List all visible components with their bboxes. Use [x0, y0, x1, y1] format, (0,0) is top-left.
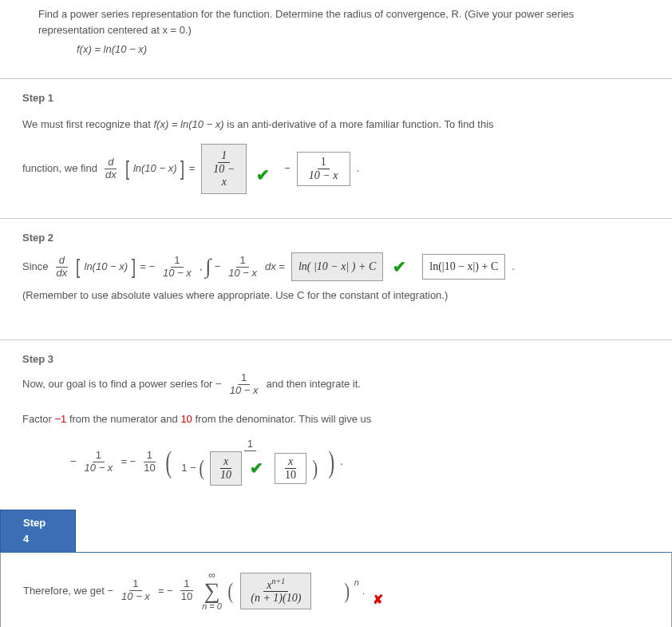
comma: , [200, 259, 203, 275]
num: 1 [180, 578, 192, 591]
den: 10 − x [81, 462, 117, 474]
one-minus: 1 − [181, 462, 196, 474]
eq-neg: = − [121, 454, 136, 470]
step-1-answer-box[interactable]: 1 10 − x [201, 144, 247, 194]
den-text: 10 − x [309, 169, 338, 181]
step-2-title: Step 2 [0, 219, 672, 251]
red-10: 10 [180, 413, 192, 425]
right-bracket-icon: ] [181, 153, 185, 185]
frac: 1 10 − x [227, 372, 262, 397]
den: 10 [217, 469, 235, 482]
left-bracket-icon: [ [76, 251, 80, 283]
summation-icon: ∞ ∑ n = 0 [202, 570, 222, 611]
step-3: Step 3 Now, our goal is to find a power … [0, 339, 672, 503]
num: x [285, 455, 296, 469]
answer-text: ln( |10 − x| ) + C [298, 258, 376, 276]
big-frac: 1 1 − ( x 10 ✔ [178, 439, 322, 486]
inner-left-paren-icon: ( [199, 455, 204, 481]
d-dx: d dx [102, 157, 120, 181]
check-icon: ✔ [393, 255, 406, 280]
step-3-line-2: Factor −1 from the numerator and 10 from… [22, 411, 650, 427]
given-function: f(x) = ln(10 − x) [0, 42, 672, 72]
step-1-correct-box: 1 10 − x [297, 152, 350, 186]
step-2: Step 2 Since d dx [ ln(10 − x) ] = − 1 1… [0, 218, 672, 333]
one-tenth: 1 10 [178, 578, 196, 603]
answer-frac: x 10 [217, 455, 235, 482]
left-paren-icon: ( [227, 573, 233, 608]
num: 1 [236, 255, 248, 268]
den: 10 [140, 462, 158, 474]
frac1: 1 10 − x [160, 255, 195, 280]
num: 1 [171, 255, 183, 268]
inner-right-paren-icon: ) [312, 455, 318, 481]
text: is an anti-derivative of a more familiar… [224, 118, 494, 130]
cross-icon: ✘ [373, 590, 383, 610]
num: 1 [218, 149, 230, 163]
den: dx [53, 268, 71, 280]
lhs-frac: 1 10 − x [118, 578, 153, 603]
eq-neg: = − [158, 583, 173, 599]
num: 1 [318, 156, 330, 169]
answer-frac: 1 10 − x [210, 149, 238, 188]
sum-bottom: n = 0 [202, 602, 222, 611]
den-a: 10 − [213, 163, 235, 175]
red-m1: −1 [54, 413, 66, 425]
equals: = [189, 161, 196, 177]
den: (n + 1)(10) [247, 592, 304, 605]
den-b: x [222, 176, 227, 188]
step-4-title: Step 4 [0, 510, 76, 553]
den: 10 [282, 469, 299, 482]
d-dx: d dx [53, 255, 71, 280]
step-2-note: (Remember to use absolute values where a… [22, 288, 650, 304]
left-paren-icon: ( [165, 439, 172, 486]
text: from the denominator. This will give us [192, 413, 371, 425]
text: Since [22, 259, 49, 275]
exp-n: n [354, 576, 359, 589]
period: . [340, 454, 343, 470]
step-4-answer-box[interactable]: xn+1 (n + 1)(10) [240, 573, 311, 609]
num: xn+1 [263, 577, 288, 593]
text: Now, our goal is to find a power series … [22, 376, 222, 392]
neg: − [215, 259, 221, 275]
step-2-correct-box: ln(|10 − x|) + C [422, 254, 505, 280]
equals-neg: = − [140, 259, 155, 275]
num: d [56, 255, 68, 268]
integral-icon: ∫ [206, 251, 211, 283]
ln-expr: ln(10 − x) [85, 259, 128, 275]
step-1: Step 1 We must first recognize that f(x)… [0, 78, 672, 212]
text: from the numerator and [66, 413, 180, 425]
correct-frac: 1 10 − x [306, 156, 342, 182]
den: 10 − x [225, 268, 260, 280]
step-3-answer-box[interactable]: x 10 [210, 451, 242, 486]
right-bracket-icon: ] [132, 251, 136, 283]
den: 10 − x [227, 385, 262, 397]
step-2-equation: Since d dx [ ln(10 − x) ] = − 1 10 − x ,… [22, 251, 650, 283]
right-paren-icon: ) [345, 573, 350, 608]
text: and then integrate it. [266, 376, 361, 392]
step-2-answer-box[interactable]: ln( |10 − x| ) + C [291, 252, 383, 281]
step-1-equation: function, we find d dx [ ln(10 − x) ] = … [22, 144, 650, 194]
left-bracket-icon: [ [125, 153, 129, 185]
period: . [357, 161, 360, 177]
fn-rhs: ln(10 − x) [104, 43, 148, 55]
step-3-correct-box: x 10 [275, 453, 306, 484]
den: 1 − ( x 10 ✔ x [178, 451, 322, 486]
den: 10 − x [306, 169, 342, 182]
den: dx [102, 169, 120, 181]
step-4-equation: Therefore, we get − 1 10 − x = − 1 10 ∞ … [23, 570, 649, 611]
num: 1 [93, 450, 105, 462]
num: x [220, 455, 231, 469]
step-1-line-1: We must first recognize that f(x) = ln(1… [22, 117, 650, 133]
step-3-line-1: Now, our goal is to find a power series … [22, 372, 650, 397]
right-paren-icon: ) [329, 439, 335, 486]
lhs-frac: 1 10 − x [81, 450, 117, 474]
neg-sign: − [284, 161, 291, 177]
check-icon: ✔ [256, 163, 270, 188]
text: Factor [22, 413, 54, 425]
answer-frac: xn+1 (n + 1)(10) [247, 577, 304, 605]
neg: − [70, 454, 77, 470]
text: We must first recognize that [22, 118, 154, 130]
check-icon: ✔ [250, 459, 263, 478]
num: 1 [129, 578, 141, 591]
correct-text: ln(|10 − x|) + C [429, 258, 498, 276]
